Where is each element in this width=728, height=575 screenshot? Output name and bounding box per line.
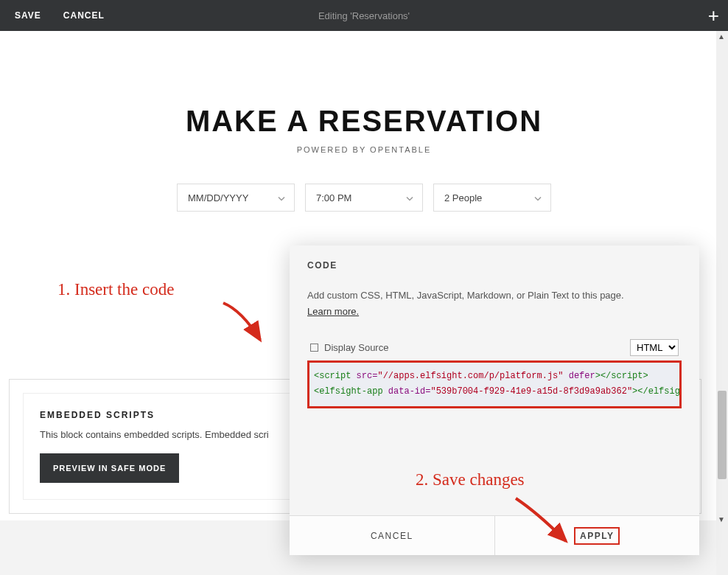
- chevron-down-icon: [534, 192, 542, 203]
- reservation-heading: MAKE A RESERVATION: [15, 105, 713, 138]
- cancel-button[interactable]: CANCEL: [63, 10, 105, 21]
- scrollbar-thumb[interactable]: [718, 391, 727, 479]
- code-line-1: <script src="//apps.elfsight.com/p/platf…: [314, 369, 675, 385]
- add-block-button[interactable]: +: [708, 4, 719, 27]
- arrow-icon: [508, 491, 575, 557]
- date-select[interactable]: MM/DD/YYYY: [177, 184, 295, 212]
- apply-highlight: APPLY: [574, 527, 620, 545]
- date-placeholder: MM/DD/YYYY: [188, 192, 248, 203]
- save-button[interactable]: SAVE: [15, 10, 41, 21]
- annotation-step-1: 1. Insert the code: [57, 280, 174, 299]
- editor-topbar: SAVE CANCEL Editing 'Reservations' +: [0, 0, 728, 31]
- scroll-up-icon[interactable]: ▲: [718, 32, 725, 41]
- chevron-down-icon: [406, 192, 413, 203]
- time-select[interactable]: 7:00 PM: [305, 184, 423, 212]
- display-source-label: Display Source: [324, 342, 388, 353]
- modal-cancel-button[interactable]: CANCEL: [290, 516, 494, 555]
- people-select[interactable]: 2 People: [433, 184, 551, 212]
- powered-by-label: POWERED BY OPENTABLE: [15, 145, 713, 154]
- scroll-down-icon[interactable]: ▼: [718, 515, 725, 523]
- code-modal-title: CODE: [290, 245, 699, 281]
- reservation-controls: MM/DD/YYYY 7:00 PM 2 People: [15, 184, 713, 212]
- arrow-icon: [220, 299, 271, 351]
- preview-safe-mode-button[interactable]: PREVIEW IN SAFE MODE: [40, 453, 179, 483]
- learn-more-link[interactable]: Learn more.: [307, 306, 359, 317]
- display-source-checkbox[interactable]: [310, 344, 318, 352]
- people-value: 2 People: [444, 192, 482, 203]
- code-editor[interactable]: <script src="//apps.elfsight.com/p/platf…: [307, 360, 682, 408]
- chevron-down-icon: [278, 192, 285, 203]
- code-type-select[interactable]: HTML: [630, 339, 679, 356]
- time-value: 7:00 PM: [316, 192, 351, 203]
- code-modal-hint: Add custom CSS, HTML, JavaScript, Markdo…: [307, 288, 682, 303]
- annotation-step-2: 2. Save changes: [416, 470, 525, 489]
- code-modal: CODE Add custom CSS, HTML, JavaScript, M…: [290, 245, 699, 555]
- code-line-2: <elfsight-app data-id="539b7004-f929-41e…: [314, 384, 675, 400]
- vertical-scrollbar[interactable]: ▲ ▼: [716, 31, 728, 575]
- editing-title: Editing 'Reservations': [318, 10, 410, 21]
